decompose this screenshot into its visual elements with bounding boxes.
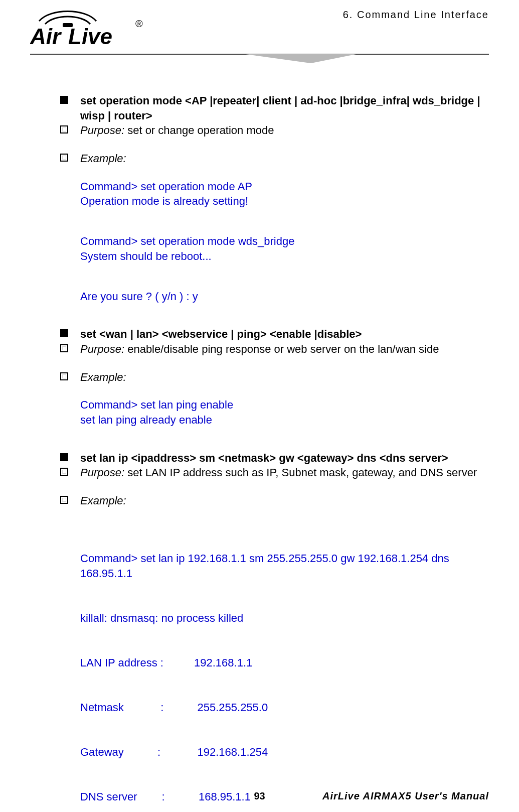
- brand-logo: Air Live ®: [30, 10, 165, 49]
- chapter-title: 6. Command Line Interface: [343, 9, 489, 21]
- example-line: Command> set lan ip 192.168.1.1 sm 255.2…: [80, 551, 489, 581]
- page: Air Live ® 6. Command Line Interface set…: [0, 0, 519, 812]
- command-section-2: set <wan | lan> <webservice | ping> <ena…: [60, 327, 489, 427]
- svg-text:Air: Air: [30, 24, 62, 49]
- command-title: set <wan | lan> <webservice | ping> <ena…: [80, 327, 362, 342]
- command-title: set lan ip <ipaddress> sm <netmask> gw <…: [80, 451, 448, 466]
- purpose-text: set LAN IP address such as IP, Subnet ma…: [124, 466, 477, 479]
- example-line: killall: dnsmasq: no process killed: [80, 611, 489, 626]
- bullet-hollow-icon: [60, 496, 68, 504]
- bullet-hollow-icon: [60, 468, 68, 476]
- purpose-label: Purpose:: [80, 466, 124, 479]
- purpose-line: Purpose: set LAN IP address such as IP, …: [80, 465, 477, 480]
- example-line: LAN IP address : 192.168.1.1: [80, 655, 489, 670]
- example-line: Command> set lan ping enable: [80, 397, 489, 413]
- page-header: Air Live ® 6. Command Line Interface: [30, 10, 489, 49]
- example-line: Command> set operation mode AP: [80, 179, 489, 194]
- bullet-hollow-icon: [60, 344, 68, 352]
- example-line: Operation mode is already setting!: [80, 194, 489, 209]
- command-section-3: set lan ip <ipaddress> sm <netmask> gw <…: [60, 451, 489, 812]
- example-output: Command> set lan ping enable set lan pin…: [80, 397, 489, 427]
- bullet-hollow-icon: [60, 372, 68, 380]
- command-title: set operation mode <AP |repeater| client…: [80, 93, 489, 123]
- header-divider: [30, 52, 489, 66]
- example-line: Gateway : 192.168.1.254: [80, 745, 489, 760]
- example-line: System should be reboot...: [80, 249, 489, 264]
- bullet-hollow-icon: [60, 125, 68, 133]
- example-label: Example:: [80, 493, 126, 508]
- purpose-line: Purpose: enable/disable ping response or…: [80, 342, 439, 357]
- purpose-text: enable/disable ping response or web serv…: [124, 343, 439, 355]
- command-section-1: set operation mode <AP |repeater| client…: [60, 93, 489, 304]
- svg-text:®: ®: [135, 18, 143, 29]
- purpose-label: Purpose:: [80, 124, 124, 137]
- example-line: Command> set operation mode wds_bridge: [80, 234, 489, 249]
- airlive-logo-icon: Air Live ®: [30, 10, 160, 49]
- example-label: Example:: [80, 151, 126, 166]
- svg-marker-5: [246, 54, 356, 63]
- bullet-filled-icon: [60, 96, 68, 104]
- manual-title: AirLive AIRMAX5 User's Manual: [322, 790, 489, 802]
- example-line: Netmask : 255.255.255.0: [80, 700, 489, 715]
- purpose-line: Purpose: set or change operation mode: [80, 123, 274, 138]
- page-footer: 93 AirLive AIRMAX5 User's Manual: [0, 790, 519, 802]
- example-output: Command> set lan ip 192.168.1.1 sm 255.2…: [80, 521, 489, 812]
- example-label: Example:: [80, 370, 126, 385]
- bullet-filled-icon: [60, 329, 68, 337]
- bullet-hollow-icon: [60, 154, 68, 162]
- example-line: Are you sure ? ( y/n ) : y: [80, 289, 489, 304]
- page-number: 93: [254, 790, 265, 802]
- bullet-filled-icon: [60, 453, 68, 461]
- purpose-text: set or change operation mode: [124, 124, 274, 137]
- example-output: Command> set operation mode AP Operation…: [80, 179, 489, 304]
- purpose-label: Purpose:: [80, 343, 124, 355]
- content-area: set operation mode <AP |repeater| client…: [60, 93, 489, 812]
- example-line: set lan ping already enable: [80, 413, 489, 428]
- svg-text:Live: Live: [68, 24, 112, 49]
